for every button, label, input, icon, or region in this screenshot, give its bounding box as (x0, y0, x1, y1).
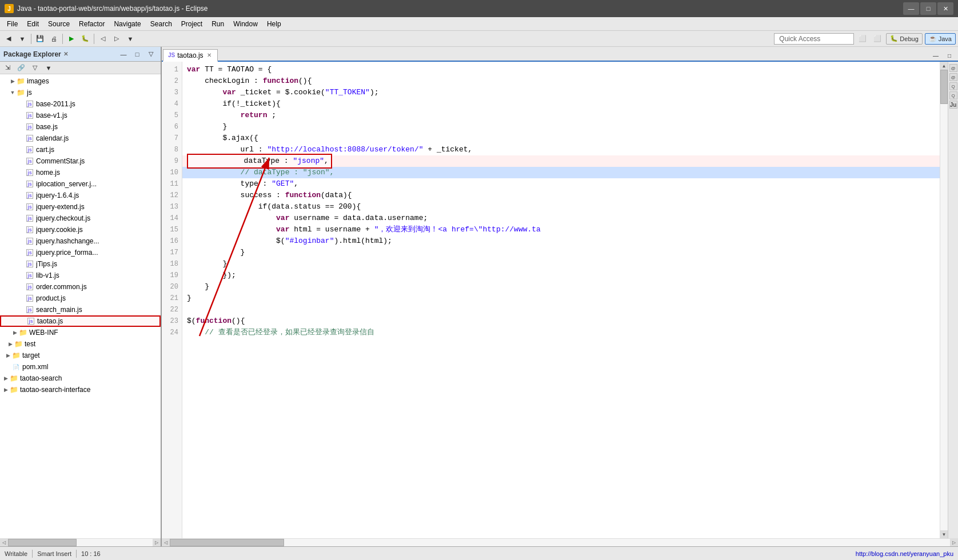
tb-debug[interactable]: 🐛 (79, 33, 91, 45)
mini-icon-1[interactable]: @ (949, 64, 957, 72)
code-line-18[interactable]: } (182, 258, 940, 270)
tb-back[interactable]: ▼ (16, 33, 29, 45)
editor-scrollbar[interactable]: ▲ ▼ (940, 62, 948, 538)
tree-item-base.js[interactable]: jsbase.js (0, 121, 161, 133)
tb-perspective2[interactable]: ⬜ (871, 33, 884, 45)
menu-file[interactable]: File (2, 19, 22, 29)
tb-next[interactable]: ▷ (110, 33, 123, 45)
h-scroll-right[interactable]: ▷ (950, 539, 958, 547)
menu-source[interactable]: Source (43, 19, 74, 29)
pe-maximize[interactable]: □ (131, 48, 143, 61)
tree-item-jquery.hashchange[interactable]: jsjquery.hashchange... (0, 235, 161, 247)
tree-item-search_main.js[interactable]: jssearch_main.js (0, 304, 161, 315)
code-line-14[interactable]: var username = data.data.username; (182, 213, 940, 224)
tab-maximize[interactable]: □ (943, 50, 956, 61)
h-scrollbar[interactable]: ◁ ▷ (162, 538, 958, 546)
code-line-7[interactable]: $.ajax({ (182, 133, 940, 144)
pe-filter[interactable]: ▽ (29, 62, 41, 74)
quick-access-input[interactable]: Quick Access (774, 33, 854, 45)
mini-icon-5[interactable]: Ju (949, 101, 957, 109)
mini-icon-3[interactable]: Q (949, 82, 957, 90)
menu-search[interactable]: Search (146, 19, 177, 29)
tree-item-jquery-extend.js[interactable]: jsjquery-extend.js (0, 201, 161, 213)
tree-item-product.js[interactable]: jsproduct.js (0, 293, 161, 304)
menu-project[interactable]: Project (177, 19, 207, 29)
tree-item-taotao-search-interface[interactable]: ▶📁taotao-search-interface (0, 384, 161, 395)
pe-scroll-track[interactable] (8, 539, 153, 546)
tree-item-WEB-INF[interactable]: ▶📁WEB-INF (0, 327, 161, 338)
tree-item-jquery.checkout.js[interactable]: jsjquery.checkout.js (0, 213, 161, 224)
tree-item-jquery-1.6.4.js[interactable]: jsjquery-1.6.4.js (0, 190, 161, 201)
pe-menu[interactable]: ▼ (42, 62, 55, 74)
maximize-button[interactable]: □ (920, 2, 936, 15)
code-line-9[interactable]: dataType : "jsonp", (182, 155, 940, 167)
tb-dropdown[interactable]: ▼ (124, 33, 137, 45)
tb-prev[interactable]: ◁ (97, 33, 109, 45)
code-line-2[interactable]: checkLogin : function(){ (182, 75, 940, 87)
tree-item-home.js[interactable]: jshome.js (0, 167, 161, 178)
h-scroll-left[interactable]: ◁ (162, 539, 170, 547)
code-line-15[interactable]: var html = username + "，欢迎来到淘淘！<a href=\… (182, 224, 940, 235)
menu-edit[interactable]: Edit (22, 19, 43, 29)
minimize-button[interactable]: — (903, 2, 919, 15)
pe-minimize[interactable]: — (117, 48, 130, 61)
mini-icon-2[interactable]: @ (949, 73, 957, 81)
pe-hscroll[interactable]: ◁ ▷ (0, 538, 161, 546)
tree-item-iplocation_server.j[interactable]: jsiplocation_server.j... (0, 178, 161, 190)
tree-item-base-v1.js[interactable]: jsbase-v1.js (0, 110, 161, 121)
close-button[interactable]: ✕ (937, 2, 953, 15)
tab-taotao-js[interactable]: JS taotao.js ✕ (163, 49, 218, 62)
tree-item-js[interactable]: ▼📁js (0, 87, 161, 98)
code-line-20[interactable]: } (182, 281, 940, 293)
tree-item-taotao.js[interactable]: jstaotao.js (0, 315, 161, 327)
tree-item-jTips.js[interactable]: jsjTips.js (0, 258, 161, 270)
scroll-track[interactable] (940, 70, 948, 530)
tree-item-jquery.cookie.js[interactable]: jsjquery.cookie.js (0, 224, 161, 235)
tree-item-test[interactable]: ▶📁test (0, 338, 161, 350)
code-line-5[interactable]: return ; (182, 110, 940, 121)
tb-perspective1[interactable]: ⬜ (856, 33, 869, 45)
pe-scroll-right[interactable]: ▷ (153, 539, 161, 547)
scroll-down-arrow[interactable]: ▼ (940, 530, 948, 538)
code-line-13[interactable]: if(data.status == 200){ (182, 201, 940, 213)
code-line-12[interactable]: success : function(data){ (182, 190, 940, 201)
menu-refactor[interactable]: Refactor (74, 19, 109, 29)
code-line-4[interactable]: if(!_ticket){ (182, 98, 940, 110)
pe-collapse[interactable]: ⇲ (1, 62, 14, 74)
tree-item-jquery.price_forma[interactable]: jsjquery.price_forma... (0, 247, 161, 258)
tree-item-CommentStar.js[interactable]: jsCommentStar.js (0, 155, 161, 167)
code-line-16[interactable]: $("#loginbar").html(html); (182, 235, 940, 247)
code-line-11[interactable]: type : "GET", (182, 178, 940, 190)
tb-run[interactable]: ▶ (65, 33, 78, 45)
tb-print[interactable]: 🖨 (47, 33, 60, 45)
code-line-22[interactable] (182, 304, 940, 315)
tree-item-images[interactable]: ▶📁images (0, 75, 161, 87)
code-line-10[interactable]: // dataType : "json", (182, 167, 940, 178)
menu-help[interactable]: Help (262, 19, 286, 29)
tree-item-order.common.js[interactable]: jsorder.common.js (0, 281, 161, 293)
tab-close[interactable]: ✕ (206, 52, 213, 58)
menu-window[interactable]: Window (229, 19, 262, 29)
tree-item-pom.xml[interactable]: 📄pom.xml (0, 361, 161, 373)
debug-perspective-btn[interactable]: 🐛 Debug (886, 33, 922, 45)
code-line-19[interactable]: }); (182, 270, 940, 281)
code-line-6[interactable]: } (182, 121, 940, 133)
code-line-24[interactable]: // 查看是否已经登录，如果已经登录查询登录信自 (182, 327, 940, 338)
tree-item-target[interactable]: ▶📁target (0, 350, 161, 361)
pe-view-menu[interactable]: ▽ (145, 48, 157, 61)
tb-save[interactable]: 💾 (34, 33, 46, 45)
code-content[interactable]: var TT = TAOTAO = { checkLogin : functio… (182, 62, 940, 538)
tree-item-base-2011.js[interactable]: jsbase-2011.js (0, 98, 161, 110)
pe-link[interactable]: 🔗 (15, 62, 27, 74)
pe-scroll-left[interactable]: ◁ (0, 539, 8, 547)
java-perspective-btn[interactable]: ☕ Java (925, 33, 956, 45)
code-line-21[interactable]: } (182, 293, 940, 304)
code-line-3[interactable]: var _ticket = $.cookie("TT_TOKEN"); (182, 87, 940, 98)
tab-minimize[interactable]: — (929, 50, 942, 61)
tree-item-taotao-search[interactable]: ▶📁taotao-search (0, 373, 161, 384)
mini-icon-4[interactable]: Q (949, 91, 957, 99)
tree-item-lib-v1.js[interactable]: jslib-v1.js (0, 270, 161, 281)
code-line-17[interactable]: } (182, 247, 940, 258)
scroll-up-arrow[interactable]: ▲ (940, 62, 948, 70)
code-line-23[interactable]: $(function(){ (182, 315, 940, 327)
